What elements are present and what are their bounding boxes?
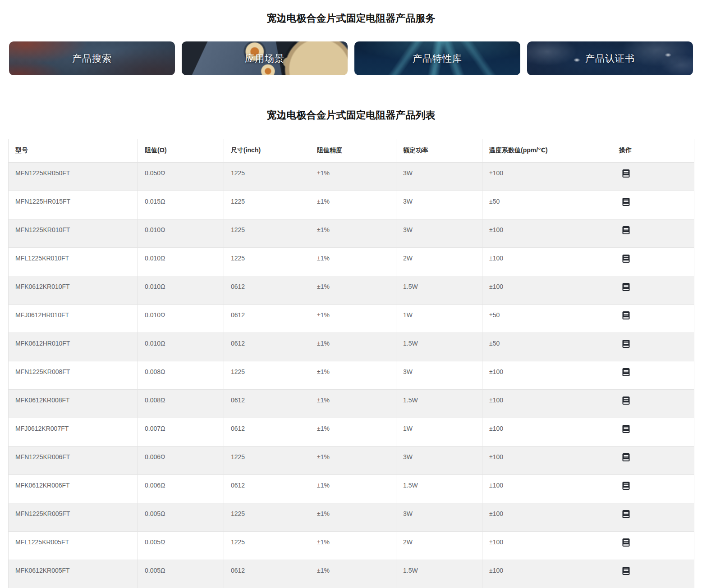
size-cell: 0612 (224, 276, 310, 304)
book-icon[interactable] (622, 311, 630, 319)
table-row: MFN1225KR006FT0.006Ω1225±1%3W±100 (9, 446, 694, 474)
book-icon[interactable] (622, 169, 630, 178)
tcr-cell: ±100 (482, 361, 612, 389)
model-cell: MFN1225KR050FT (9, 162, 138, 191)
resistance-cell: 0.015Ω (138, 191, 224, 219)
table-row: MFN1225KR050FT0.050Ω1225±1%3W±100 (9, 162, 694, 191)
tcr-cell: ±100 (482, 503, 612, 531)
tcr-cell: ±100 (482, 276, 612, 304)
size-cell: 1225 (224, 219, 310, 247)
tcr-cell: ±100 (482, 418, 612, 446)
precision-cell: ±1% (310, 333, 396, 361)
nav-product-characteristics-button[interactable]: 产品特性库 (354, 41, 520, 75)
power-cell: 3W (396, 191, 482, 219)
book-icon[interactable] (622, 510, 630, 518)
precision-cell: ±1% (310, 474, 396, 503)
model-cell: MFK0612KR005FT (9, 560, 138, 588)
resistance-cell: 0.005Ω (138, 503, 224, 531)
action-cell (612, 503, 694, 531)
precision-cell: ±1% (310, 191, 396, 219)
book-icon[interactable] (622, 283, 630, 291)
power-cell: 1.5W (396, 560, 482, 588)
book-icon[interactable] (622, 567, 630, 575)
precision-cell: ±1% (310, 418, 396, 446)
nav-product-search-button[interactable]: 产品搜索 (9, 41, 175, 75)
model-cell: MFK0612HR010FT (9, 333, 138, 361)
nav-product-search-label: 产品搜索 (72, 52, 112, 65)
power-cell: 2W (396, 247, 482, 276)
tcr-cell: ±100 (482, 446, 612, 474)
column-header: 尺寸(inch) (224, 139, 310, 162)
column-header: 阻值精度 (310, 139, 396, 162)
resistance-cell: 0.010Ω (138, 304, 224, 333)
column-header: 阻值(Ω) (138, 139, 224, 162)
action-cell (612, 560, 694, 588)
column-header: 温度系数值(ppm/℃) (482, 139, 612, 162)
action-cell (612, 474, 694, 503)
resistance-cell: 0.010Ω (138, 333, 224, 361)
precision-cell: ±1% (310, 247, 396, 276)
precision-cell: ±1% (310, 276, 396, 304)
action-cell (612, 418, 694, 446)
book-icon[interactable] (622, 425, 630, 433)
size-cell: 0612 (224, 304, 310, 333)
action-cell (612, 304, 694, 333)
action-cell (612, 247, 694, 276)
model-cell: MFK0612KR010FT (9, 276, 138, 304)
action-cell (612, 191, 694, 219)
precision-cell: ±1% (310, 446, 396, 474)
size-cell: 0612 (224, 418, 310, 446)
book-icon[interactable] (622, 255, 630, 263)
table-row: MFN1225HR015FT0.015Ω1225±1%3W±50 (9, 191, 694, 219)
resistance-cell: 0.008Ω (138, 361, 224, 389)
tcr-cell: ±100 (482, 162, 612, 191)
precision-cell: ±1% (310, 503, 396, 531)
power-cell: 2W (396, 531, 482, 560)
model-cell: MFN1225KR008FT (9, 361, 138, 389)
size-cell: 0612 (224, 333, 310, 361)
resistance-cell: 0.010Ω (138, 276, 224, 304)
table-row: MFN1225KR005FT0.005Ω1225±1%3W±100 (9, 503, 694, 531)
resistance-cell: 0.005Ω (138, 531, 224, 560)
table-row: MFK0612KR005FT0.005Ω0612±1%1.5W±100 (9, 560, 694, 588)
book-icon[interactable] (622, 453, 630, 461)
page-root: 宽边电极合金片式固定电阻器产品服务 产品搜索 应用场景 产品特性库 产品认证书 … (0, 13, 702, 588)
book-icon[interactable] (622, 340, 630, 348)
book-icon[interactable] (622, 198, 630, 206)
book-icon[interactable] (622, 538, 630, 547)
tcr-cell: ±100 (482, 247, 612, 276)
size-cell: 1225 (224, 446, 310, 474)
power-cell: 1W (396, 418, 482, 446)
resistance-cell: 0.010Ω (138, 247, 224, 276)
nav-product-certificates-label: 产品认证书 (585, 52, 635, 65)
column-header: 型号 (9, 139, 138, 162)
book-icon[interactable] (622, 368, 630, 376)
book-icon[interactable] (622, 226, 630, 234)
resistance-cell: 0.050Ω (138, 162, 224, 191)
power-cell: 1.5W (396, 276, 482, 304)
model-cell: MFK0612KR006FT (9, 474, 138, 503)
resistance-cell: 0.010Ω (138, 219, 224, 247)
book-icon[interactable] (622, 482, 630, 490)
action-cell (612, 531, 694, 560)
model-cell: MFN1225KR010FT (9, 219, 138, 247)
column-header: 额定功率 (396, 139, 482, 162)
nav-application-scenarios-button[interactable]: 应用场景 (182, 41, 348, 75)
tcr-cell: ±50 (482, 333, 612, 361)
table-row: MFK0612HR010FT0.010Ω0612±1%1.5W±50 (9, 333, 694, 361)
model-cell: MFN1225HR015FT (9, 191, 138, 219)
precision-cell: ±1% (310, 304, 396, 333)
product-table: 型号阻值(Ω)尺寸(inch)阻值精度额定功率温度系数值(ppm/℃)操作 MF… (8, 139, 694, 588)
nav-product-certificates-button[interactable]: 产品认证书 (527, 41, 693, 75)
model-cell: MFN1225KR005FT (9, 503, 138, 531)
book-icon[interactable] (622, 397, 630, 405)
model-cell: MFL1225KR010FT (9, 247, 138, 276)
size-cell: 0612 (224, 389, 310, 418)
precision-cell: ±1% (310, 389, 396, 418)
table-row: MFK0612KR008FT0.008Ω0612±1%1.5W±100 (9, 389, 694, 418)
power-cell: 1.5W (396, 333, 482, 361)
resistance-cell: 0.006Ω (138, 446, 224, 474)
size-cell: 0612 (224, 474, 310, 503)
table-header-row: 型号阻值(Ω)尺寸(inch)阻值精度额定功率温度系数值(ppm/℃)操作 (9, 139, 694, 162)
model-cell: MFL1225KR005FT (9, 531, 138, 560)
